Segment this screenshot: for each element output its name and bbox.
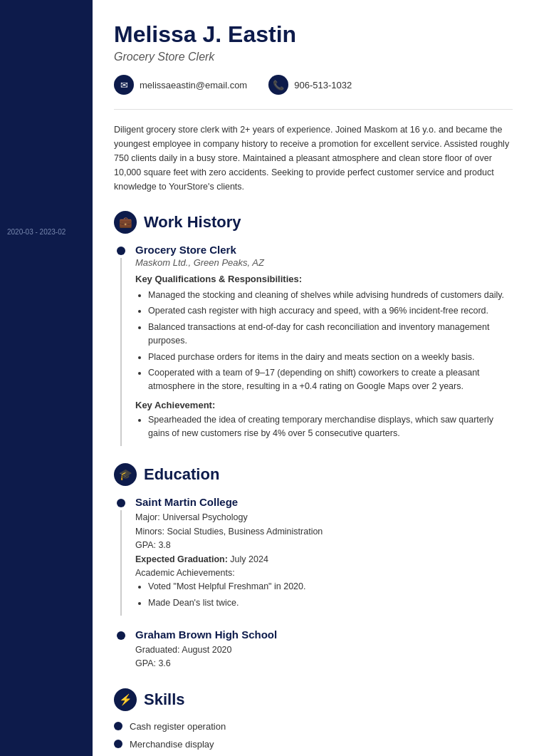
education-section: 🎓 Education Saint Martin College Major: … — [114, 463, 513, 670]
work-history-header: 💼 Work History — [114, 211, 513, 234]
timeline-dot-col-3 — [114, 628, 128, 671]
skills-section: ⚡ Skills Cash register operation Merchan… — [114, 688, 513, 756]
phone-text: 906-513-1032 — [294, 80, 352, 90]
edu-achievements-list: Voted "Most Helpful Freshman" in 2020. M… — [135, 580, 513, 610]
candidate-title: Grocery Store Clerk — [114, 51, 513, 63]
achievement-label: Key Achievement: — [135, 400, 513, 410]
list-item: Placed purchase orders for items in the … — [148, 351, 513, 364]
edu-gpa-2: GPA: 3.6 — [135, 657, 513, 670]
school-name-1: Saint Martin College — [135, 496, 513, 508]
achievement-item: Spearheaded the idea of creating tempora… — [148, 413, 513, 441]
edu-gpa-1: GPA: 3.8 — [135, 539, 513, 552]
edu-achievements-label: Academic Achievements: — [135, 566, 513, 580]
summary-text: Diligent grocery store clerk with 2+ yea… — [114, 123, 513, 194]
job-title: Grocery Store Clerk — [135, 244, 513, 256]
sidebar: 2020-03 - 2023-02 — [0, 0, 93, 756]
briefcase-icon: 💼 — [114, 211, 137, 234]
email-icon: ✉ — [114, 75, 134, 95]
job-body: Grocery Store Clerk Maskom Ltd., Green P… — [128, 244, 513, 446]
skill-dot — [114, 722, 122, 730]
list-item: Made Dean's list twice. — [148, 596, 513, 610]
timeline-dot-3 — [117, 631, 125, 640]
timeline-line — [120, 258, 122, 446]
school-item-1: Saint Martin College Major: Universal Ps… — [114, 496, 513, 616]
divider-1 — [114, 109, 513, 110]
email-contact: ✉ melissaeastin@email.com — [114, 75, 247, 95]
candidate-name: Melissa J. Eastin — [114, 21, 513, 48]
main-content: Melissa J. Eastin Grocery Store Clerk ✉ … — [93, 0, 534, 756]
skill-label: Cash register operation — [130, 721, 226, 732]
list-item: Balanced transactions at end-of-day for … — [148, 321, 513, 348]
date-label: 2020-03 - 2023-02 — [7, 228, 93, 236]
resume-wrapper: 2020-03 - 2023-02 Melissa J. Eastin Groc… — [0, 0, 534, 756]
responsibilities-list: Managed the stocking and cleaning of she… — [135, 289, 513, 394]
work-history-title: Work History — [144, 213, 241, 232]
phone-icon: 📞 — [268, 75, 288, 95]
timeline-dot-col-2 — [114, 496, 128, 616]
timeline-dot — [117, 247, 125, 255]
qualifications-label: Key Qualifications & Responsibilities: — [135, 274, 513, 284]
edu-minors: Minors: Social Studies, Business Adminis… — [135, 525, 513, 539]
email-text: melissaeastin@email.com — [140, 80, 247, 90]
achievement-list: Spearheaded the idea of creating tempora… — [135, 413, 513, 441]
school-body-1: Saint Martin College Major: Universal Ps… — [128, 496, 513, 616]
job-company: Maskom Ltd., Green Peaks, AZ — [135, 257, 513, 268]
timeline-line-2 — [120, 510, 122, 616]
edu-graduated: Graduated: August 2020 — [135, 643, 513, 657]
phone-contact: 📞 906-513-1032 — [268, 75, 352, 95]
skill-dot — [114, 740, 122, 748]
school-body-2: Graham Brown High School Graduated: Augu… — [128, 628, 513, 671]
work-history-section: 💼 Work History Grocery Store Clerk Masko… — [114, 211, 513, 446]
list-item: Managed the stocking and cleaning of she… — [148, 289, 513, 302]
skill-item-1: Cash register operation — [114, 721, 513, 732]
timeline-dot-col — [114, 244, 128, 446]
school-name-2: Graham Brown High School — [135, 628, 513, 641]
list-item: Cooperated with a team of 9–17 (dependin… — [148, 366, 513, 394]
job-item: Grocery Store Clerk Maskom Ltd., Green P… — [114, 244, 513, 446]
edu-major: Major: Universal Psychology — [135, 511, 513, 524]
timeline-dot-2 — [117, 499, 125, 507]
list-item: Voted "Most Helpful Freshman" in 2020. — [148, 580, 513, 594]
skill-label: Merchandise display — [130, 739, 214, 750]
skills-title: Skills — [144, 690, 184, 709]
list-item: Operated cash register with high accurac… — [148, 304, 513, 318]
school-item-2: Graham Brown High School Graduated: Augu… — [114, 628, 513, 671]
education-title: Education — [144, 465, 219, 484]
education-header: 🎓 Education — [114, 463, 513, 486]
skill-item-2: Merchandise display — [114, 739, 513, 750]
contact-row: ✉ melissaeastin@email.com 📞 906-513-1032 — [114, 75, 513, 95]
graduation-icon: 🎓 — [114, 463, 137, 486]
skills-header: ⚡ Skills — [114, 688, 513, 711]
edu-expected-grad: Expected Graduation: July 2024 — [135, 553, 513, 566]
skills-icon: ⚡ — [114, 688, 137, 711]
